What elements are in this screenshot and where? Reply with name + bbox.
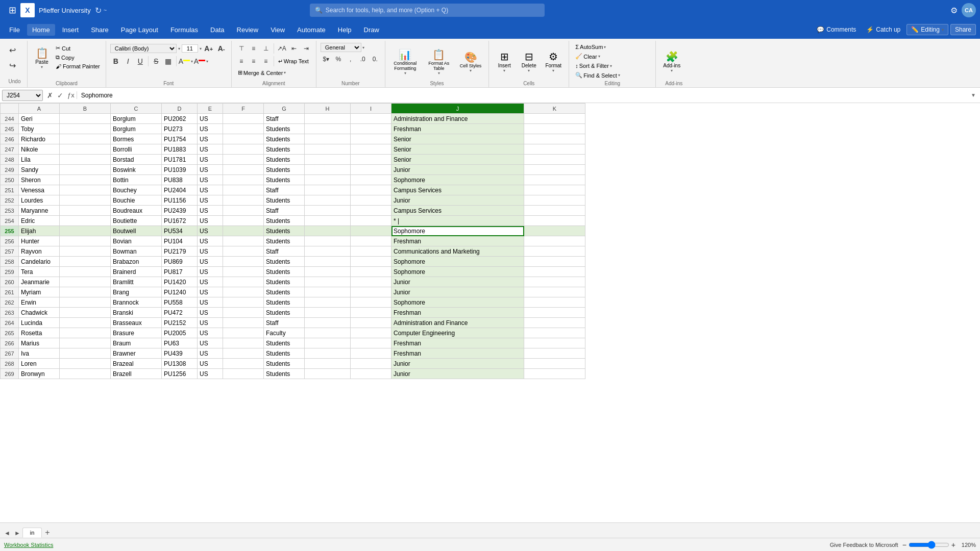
autosum-button[interactable]: Σ AutoSum ▾ xyxy=(573,43,608,51)
italic-button[interactable]: I xyxy=(122,56,134,67)
cell-k[interactable] xyxy=(524,246,585,257)
cell-k[interactable] xyxy=(524,185,585,195)
cell-j[interactable]: Senior xyxy=(391,134,524,144)
formula-fx[interactable]: ƒx xyxy=(65,91,77,99)
col-header-a[interactable]: A xyxy=(19,104,60,114)
cell-a[interactable]: Lila xyxy=(19,155,60,165)
sheet-tab-in[interactable]: in xyxy=(22,528,42,538)
cell-g[interactable]: Students xyxy=(264,359,305,369)
menu-item-help[interactable]: Help xyxy=(333,24,357,36)
cell-i[interactable] xyxy=(351,144,391,155)
cell-f[interactable] xyxy=(223,328,264,338)
cell-k[interactable] xyxy=(524,165,585,175)
cell-d[interactable]: PU2062 xyxy=(162,114,198,124)
cs-dropdown[interactable]: ▾ xyxy=(470,68,472,73)
cell-b[interactable] xyxy=(60,297,111,308)
cell-c[interactable]: Brawner xyxy=(111,348,162,359)
cell-a[interactable]: Chadwick xyxy=(19,308,60,318)
row-header[interactable]: 255 xyxy=(1,226,19,236)
insert-button[interactable]: ⊞ Insert ▾ xyxy=(493,46,516,77)
app-grid-icon[interactable]: ⊞ xyxy=(4,5,20,16)
cell-k[interactable] xyxy=(524,267,585,277)
cell-c[interactable]: Brazeal xyxy=(111,359,162,369)
cell-h[interactable] xyxy=(305,226,351,236)
font-name-select[interactable]: Calibri (Body) xyxy=(110,44,177,53)
editing-button[interactable]: ✏️ Editing ▾ xyxy=(906,24,948,35)
cell-h[interactable] xyxy=(305,277,351,287)
align-bottom-button[interactable]: ⊥ xyxy=(260,43,272,54)
cell-c[interactable]: Bouchie xyxy=(111,195,162,206)
cell-d[interactable]: PU869 xyxy=(162,257,198,267)
menu-item-home[interactable]: Home xyxy=(27,24,55,36)
cell-b[interactable] xyxy=(60,267,111,277)
cell-k[interactable] xyxy=(524,114,585,124)
row-header[interactable]: 261 xyxy=(1,287,19,297)
fill-dropdown[interactable]: ▾ xyxy=(191,59,193,64)
find-dropdown[interactable]: ▾ xyxy=(618,73,620,78)
cell-k[interactable] xyxy=(524,155,585,165)
cell-a[interactable]: Nikole xyxy=(19,144,60,155)
cell-a[interactable]: Myriam xyxy=(19,287,60,297)
cell-b[interactable] xyxy=(60,277,111,287)
cell-k[interactable] xyxy=(524,297,585,308)
cell-k[interactable] xyxy=(524,236,585,246)
cell-f[interactable] xyxy=(223,277,264,287)
menu-item-review[interactable]: Review xyxy=(232,24,264,36)
sort-dropdown[interactable]: ▾ xyxy=(610,64,612,68)
cell-c[interactable]: Boswink xyxy=(111,165,162,175)
menu-item-file[interactable]: File xyxy=(4,24,25,36)
cell-g[interactable]: Faculty xyxy=(264,328,305,338)
insert-dropdown[interactable]: ▾ xyxy=(503,68,505,73)
cell-j[interactable]: Sophomore xyxy=(391,297,524,308)
cell-i[interactable] xyxy=(351,246,391,257)
cell-g[interactable]: Students xyxy=(264,308,305,318)
cell-f[interactable] xyxy=(223,348,264,359)
cell-i[interactable] xyxy=(351,267,391,277)
cell-g[interactable]: Staff xyxy=(264,206,305,216)
add-ins-button[interactable]: 🧩 Add-ins ▾ xyxy=(660,46,683,77)
cell-e[interactable]: US xyxy=(198,359,223,369)
font-size-input[interactable] xyxy=(182,44,198,53)
row-header[interactable]: 257 xyxy=(1,246,19,257)
cell-d[interactable]: PU2439 xyxy=(162,206,198,216)
cell-j[interactable]: Administration and Finance xyxy=(391,114,524,124)
percent-button[interactable]: % xyxy=(333,54,344,65)
cell-j[interactable]: Freshman xyxy=(391,236,524,246)
cell-i[interactable] xyxy=(351,308,391,318)
col-header-k[interactable]: K xyxy=(524,104,585,114)
cell-b[interactable] xyxy=(60,195,111,206)
cell-e[interactable]: US xyxy=(198,328,223,338)
cell-h[interactable] xyxy=(305,236,351,246)
increase-font-button[interactable]: A+ xyxy=(203,43,214,54)
add-sheet-button[interactable]: + xyxy=(42,528,53,538)
cell-j[interactable]: Administration and Finance xyxy=(391,318,524,328)
cell-f[interactable] xyxy=(223,369,264,379)
autosave-icon[interactable]: ↻ xyxy=(95,6,102,15)
row-header[interactable]: 245 xyxy=(1,124,19,134)
row-header[interactable]: 263 xyxy=(1,308,19,318)
cell-e[interactable]: US xyxy=(198,318,223,328)
decrease-decimal-button[interactable]: 0. xyxy=(370,54,381,65)
cell-d[interactable]: PU1256 xyxy=(162,369,198,379)
cell-d[interactable]: PU1240 xyxy=(162,287,198,297)
cell-d[interactable]: PU534 xyxy=(162,226,198,236)
autosum-dropdown[interactable]: ▾ xyxy=(604,45,606,49)
cell-i[interactable] xyxy=(351,226,391,236)
cell-k[interactable] xyxy=(524,195,585,206)
cell-k[interactable] xyxy=(524,308,585,318)
cell-i[interactable] xyxy=(351,297,391,308)
cell-f[interactable] xyxy=(223,308,264,318)
cell-e[interactable]: US xyxy=(198,236,223,246)
cell-a[interactable]: Rosetta xyxy=(19,328,60,338)
cell-d[interactable]: PU558 xyxy=(162,297,198,308)
row-header[interactable]: 259 xyxy=(1,267,19,277)
cell-j[interactable]: * | xyxy=(391,216,524,226)
cell-f[interactable] xyxy=(223,195,264,206)
cell-f[interactable] xyxy=(223,287,264,297)
formula-input[interactable] xyxy=(77,91,969,100)
col-header-h[interactable]: H xyxy=(305,104,351,114)
cell-b[interactable] xyxy=(60,328,111,338)
cell-e[interactable]: US xyxy=(198,124,223,134)
cell-e[interactable]: US xyxy=(198,216,223,226)
cell-g[interactable]: Students xyxy=(264,144,305,155)
